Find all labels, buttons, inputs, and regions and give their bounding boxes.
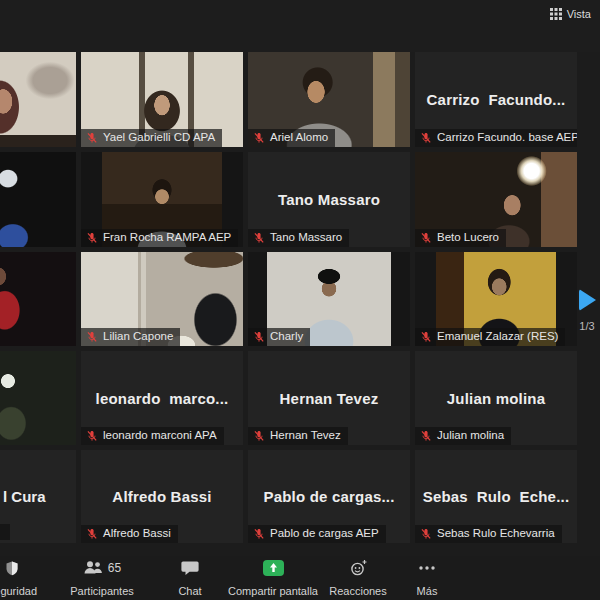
participant-name: Beto Lucero [437,231,499,244]
participant-name-label: Fran Rocha RAMPA AEP [81,229,238,247]
participants-button[interactable]: 65 Participantes [62,559,142,599]
muted-mic-icon [420,430,432,442]
video-tile[interactable]: l Cura [0,450,76,543]
view-button-label: Vista [567,8,591,20]
muted-mic-icon [420,132,432,144]
video-tile[interactable]: Ariel Alomo [248,52,410,147]
participants-label: Participantes [70,585,134,597]
muted-mic-icon [86,132,98,144]
view-button[interactable]: Vista [546,6,595,22]
participant-name: Sebas Rulo Echevarria [437,527,555,540]
page-indicator: 1/3 [574,320,600,332]
share-screen-icon [262,559,285,577]
participant-name-label: Tano Massaro [248,229,349,247]
participant-name: Carrizo Facundo. base AEP [437,131,577,144]
share-screen-label: Compartir pantalla [228,585,318,597]
share-screen-button[interactable]: Compartir pantalla [224,559,322,599]
video-tile[interactable]: Julian molina Julian molina [415,351,577,445]
participant-name: Charly [270,330,303,343]
top-bar: Vista [0,0,600,52]
participant-name: Emanuel Zalazar (RES) [437,330,558,343]
participant-name: Ariel Alomo [270,131,328,144]
more-label: Más [417,585,438,597]
chat-button[interactable]: Chat [168,559,212,599]
participant-name-label: Charly [248,328,310,346]
reactions-button[interactable]: Reacciones [330,559,386,599]
participant-name-label: Carrizo Facundo. base AEP [415,129,577,147]
participant-name-label: Sebas Rulo Echevarria [415,525,562,543]
participant-name: leonardo marconi APA [103,429,217,442]
participant-name-label: Julian molina [415,427,511,445]
video-tile[interactable] [0,252,76,346]
video-tile[interactable]: Hernan Tevez Hernan Tevez [248,351,410,445]
muted-mic-icon [253,430,265,442]
security-button[interactable]: Seguridad [0,559,40,599]
next-page-arrow[interactable] [579,289,596,311]
participant-name-label: leonardo marconi APA [81,427,224,445]
chat-label: Chat [178,585,201,597]
participants-icon [83,560,105,576]
reactions-label: Reacciones [329,585,386,597]
participant-name-label: Yael Gabrielli CD APA [81,129,222,147]
participants-count: 65 [108,561,121,575]
participant-name-label: Beto Lucero [415,229,506,247]
participant-name-label-cutoff [0,524,10,540]
video-tile[interactable]: Fran Rocha RAMPA AEP [81,152,243,247]
participant-name: Pablo de cargas AEP [270,527,379,540]
muted-mic-icon [253,528,265,540]
participant-name-label: Alfredo Bassi [81,525,178,543]
video-tile[interactable]: Yael Gabrielli CD APA [81,52,243,147]
shield-icon [4,560,20,577]
participant-name-label: Ariel Alomo [248,129,335,147]
participant-name: Julian molina [437,429,504,442]
participant-name-label: Emanuel Zalazar (RES) [415,328,565,346]
participant-name: Fran Rocha RAMPA AEP [103,231,231,244]
participant-name: Yael Gabrielli CD APA [103,131,215,144]
participant-name: Alfredo Bassi [103,527,171,540]
grid-view-icon [550,8,562,20]
participant-name-label: Hernan Tevez [248,427,348,445]
video-tile[interactable]: Beto Lucero [415,152,577,247]
muted-mic-icon [253,232,265,244]
muted-mic-icon [253,132,265,144]
video-tile[interactable] [0,152,76,247]
participant-name: Tano Massaro [270,231,342,244]
video-tile[interactable]: Carrizo Facundo... Carrizo Facundo. base… [415,52,577,147]
video-tile[interactable]: Tano Massaro Tano Massaro [248,152,410,247]
participant-name-label: Lilian Capone [81,328,180,346]
zoom-meeting-window: Vista Yael Gabrielli CD APA Ariel Alomo … [0,0,600,600]
chat-icon [181,560,199,576]
more-dots-icon [418,565,436,571]
more-button[interactable]: Más [405,559,449,599]
muted-mic-icon [420,331,432,343]
muted-mic-icon [86,232,98,244]
security-label: Seguridad [0,585,37,597]
muted-mic-icon [86,331,98,343]
video-tile[interactable]: Sebas Rulo Eche... Sebas Rulo Echevarria [415,450,577,543]
participant-name: Lilian Capone [103,330,173,343]
video-tile[interactable]: Charly [248,252,410,346]
muted-mic-icon [420,232,432,244]
reactions-icon [349,559,368,577]
participant-name-label: Pablo de cargas AEP [248,525,386,543]
video-tile[interactable] [0,52,76,147]
muted-mic-icon [86,528,98,540]
video-tile[interactable] [0,351,76,445]
bottom-toolbar: Seguridad 65 Participantes [0,556,600,600]
video-tile[interactable]: Alfredo Bassi Alfredo Bassi [81,450,243,543]
video-tile[interactable]: Lilian Capone [81,252,243,346]
video-tile[interactable]: leonardo marco... leonardo marconi APA [81,351,243,445]
video-tile[interactable]: Emanuel Zalazar (RES) [415,252,577,346]
muted-mic-icon [420,528,432,540]
muted-mic-icon [86,430,98,442]
muted-mic-icon [253,331,265,343]
video-tile[interactable]: Pablo de cargas... Pablo de cargas AEP [248,450,410,543]
participant-name: Hernan Tevez [270,429,341,442]
